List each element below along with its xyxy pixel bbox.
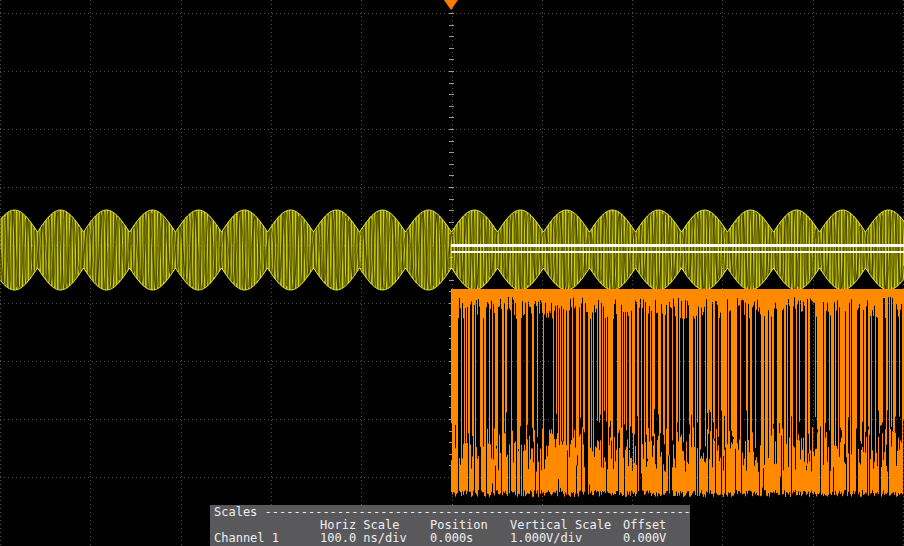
trigger-position-marker[interactable] (444, 0, 458, 10)
scales-panel-title: Scales (214, 506, 257, 519)
scales-header-label (214, 519, 320, 532)
channel-1-offset: 0.000V (623, 532, 690, 545)
scales-header-horiz: Horiz Scale (320, 519, 430, 532)
waveform-display[interactable] (0, 0, 904, 546)
scales-panel-title-dashes: ----------------------------------------… (265, 506, 690, 519)
channel-1-label: Channel 1 (214, 532, 320, 545)
scales-header-vertical: Vertical Scale (510, 519, 623, 532)
oscilloscope-screen: Scales ---------------------------------… (0, 0, 904, 546)
channel-1-horiz-scale: 100.0 ns/div (320, 532, 430, 545)
scales-header-row: Horiz Scale Position Vertical Scale Offs… (214, 519, 690, 532)
channel-1-vertical-scale: 1.000V/div (510, 532, 623, 545)
channel-1-row: Channel 1 100.0 ns/div 0.000s 1.000V/div… (214, 532, 690, 545)
channel-1-position: 0.000s (430, 532, 510, 545)
scales-header-position: Position (430, 519, 510, 532)
scales-panel-title-row: Scales ---------------------------------… (214, 506, 690, 519)
scales-panel: Scales ---------------------------------… (210, 505, 690, 546)
scales-header-offset: Offset (623, 519, 690, 532)
